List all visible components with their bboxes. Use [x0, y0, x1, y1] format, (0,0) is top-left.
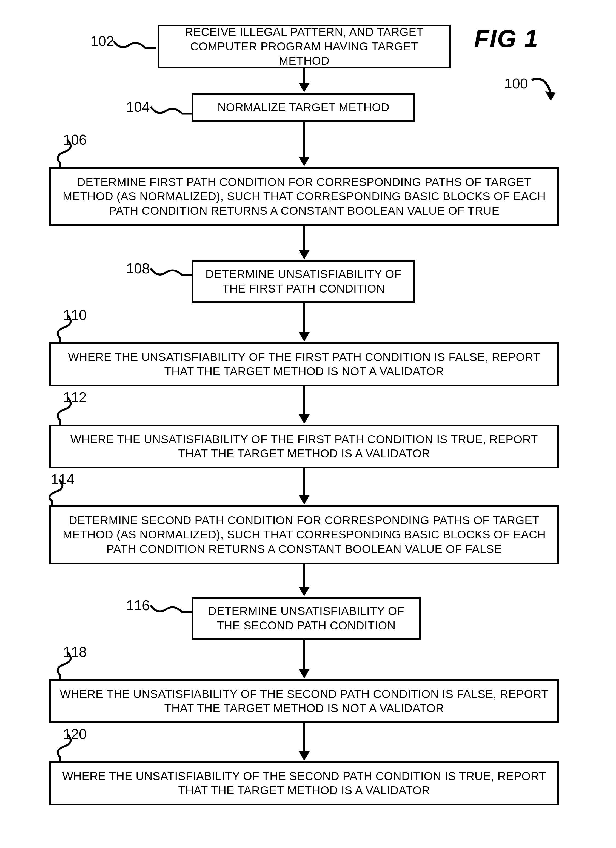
arrow-icon — [299, 122, 310, 166]
step-box-114: DETERMINE SECOND PATH CONDITION FOR CORR… — [49, 506, 559, 564]
squiggle-icon — [149, 101, 193, 120]
squiggle-icon — [40, 477, 73, 507]
step-box-110: WHERE THE UNSATISFIABILITY OF THE FIRST … — [49, 342, 559, 386]
arrow-icon — [299, 723, 310, 761]
ref-label-102: 102 — [91, 33, 114, 49]
ref-100-number: 100 — [504, 76, 528, 92]
squiggle-icon — [149, 263, 193, 282]
arrow-icon — [299, 386, 310, 424]
step-text: DETERMINE FIRST PATH CONDITION FOR CORRE… — [59, 175, 549, 218]
step-text: NORMALIZE TARGET METHOD — [218, 100, 390, 115]
ref-label-104: 104 — [126, 99, 150, 115]
squiggle-icon — [48, 137, 81, 170]
arrow-icon — [299, 68, 310, 92]
step-text: DETERMINE SECOND PATH CONDITION FOR CORR… — [59, 513, 549, 557]
arrow-icon — [299, 564, 310, 596]
step-text: DETERMINE UNSATISFIABILITY OF THE FIRST … — [202, 267, 405, 296]
step-text: WHERE THE UNSATISFIABILITY OF THE SECOND… — [59, 687, 549, 716]
step-box-120: WHERE THE UNSATISFIABILITY OF THE SECOND… — [49, 762, 559, 805]
ref-100: 100 — [504, 75, 528, 92]
step-text: WHERE THE UNSATISFIABILITY OF THE SECOND… — [59, 769, 549, 798]
squiggle-icon — [48, 649, 81, 682]
svg-marker-0 — [545, 92, 556, 101]
step-text: WHERE THE UNSATISFIABILITY OF THE FIRST … — [59, 350, 549, 379]
arrow-icon — [299, 302, 310, 342]
step-box-106: DETERMINE FIRST PATH CONDITION FOR CORRE… — [49, 167, 559, 226]
step-box-108: DETERMINE UNSATISFIABILITY OF THE FIRST … — [192, 260, 415, 302]
squiggle-icon — [48, 731, 81, 764]
squiggle-icon — [149, 600, 193, 619]
ref-label-116: 116 — [126, 597, 150, 614]
step-box-116: DETERMINE UNSATISFIABILITY OF THE SECOND… — [192, 597, 421, 640]
flowchart-page: FIG 1 100 102 RECEIVE ILLEGAL PATTERN, A… — [0, 0, 616, 848]
step-text: RECEIVE ILLEGAL PATTERN, AND TARGET COMP… — [168, 25, 441, 68]
arrow-icon — [299, 468, 310, 504]
arrow-icon — [299, 640, 310, 679]
step-box-112: WHERE THE UNSATISFIABILITY OF THE FIRST … — [49, 424, 559, 468]
figure-title: FIG 1 — [474, 25, 539, 53]
squiggle-icon — [112, 36, 159, 55]
step-text: DETERMINE UNSATISFIABILITY OF THE SECOND… — [202, 604, 411, 633]
squiggle-icon — [48, 312, 81, 345]
step-text: WHERE THE UNSATISFIABILITY OF THE FIRST … — [59, 432, 549, 461]
ref-label-108: 108 — [126, 260, 150, 277]
squiggle-icon — [48, 394, 81, 427]
ref-100-arrow-icon — [529, 74, 562, 107]
step-box-118: WHERE THE UNSATISFIABILITY OF THE SECOND… — [49, 679, 559, 723]
step-box-102: RECEIVE ILLEGAL PATTERN, AND TARGET COMP… — [157, 25, 451, 68]
step-box-104: NORMALIZE TARGET METHOD — [192, 93, 415, 122]
arrow-icon — [299, 226, 310, 259]
